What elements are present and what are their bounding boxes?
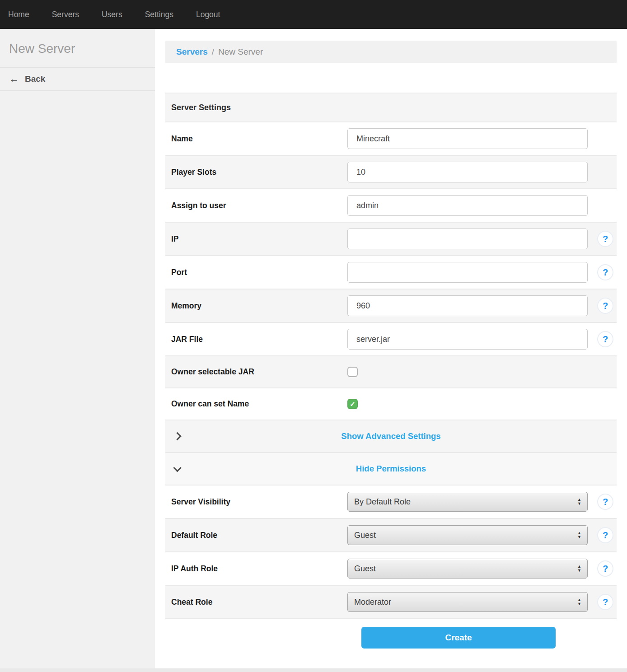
ip-auth-role-select[interactable]: Guest ▲▼	[347, 559, 588, 579]
page-footer-strip	[0, 668, 627, 672]
field-label: Server Visibility	[171, 497, 347, 507]
help-icon[interactable]: ?	[597, 231, 613, 247]
chevron-down-icon	[173, 464, 181, 472]
select-stepper-icon: ▲▼	[577, 598, 581, 606]
breadcrumb: Servers / New Server	[165, 41, 617, 63]
select-stepper-icon: ▲▼	[577, 498, 581, 505]
field-label: Owner selectable JAR	[171, 367, 347, 377]
form-row-name: Name	[165, 122, 617, 156]
field-label: Name	[171, 134, 347, 144]
help-icon[interactable]: ?	[597, 264, 613, 280]
owner-can-set-name-checkbox[interactable]: ✓	[347, 399, 358, 409]
section-header-row: Server Settings	[165, 93, 617, 122]
player-slots-input[interactable]	[347, 162, 588, 182]
sidebar: New Server ← Back	[0, 29, 155, 668]
form-row-player-slots: Player Slots	[165, 156, 617, 189]
field-label: Assign to user	[171, 201, 347, 210]
field-label: JAR File	[171, 335, 347, 344]
help-icon[interactable]: ?	[597, 527, 613, 543]
select-value: Moderator	[354, 597, 391, 607]
ip-input[interactable]	[347, 229, 588, 249]
select-stepper-icon: ▲▼	[577, 532, 581, 539]
form-row-memory: Memory ?	[165, 289, 617, 323]
form-actions: Create	[155, 619, 627, 649]
select-value: By Default Role	[354, 497, 411, 507]
select-value: Guest	[354, 531, 376, 540]
field-label: Port	[171, 268, 347, 277]
form-row-owner-can-set-name: Owner can set Name ✓	[165, 388, 617, 420]
help-icon[interactable]: ?	[597, 560, 613, 577]
top-nav: Home Servers Users Settings Logout	[0, 0, 627, 29]
checkmark-icon: ✓	[350, 400, 356, 408]
field-label: Owner can set Name	[171, 399, 347, 409]
form-row-advanced-toggle: Show Advanced Settings	[165, 420, 617, 453]
chevron-right-icon	[173, 432, 181, 440]
form-row-ip: IP ?	[165, 223, 617, 256]
help-icon[interactable]: ?	[597, 331, 613, 347]
breadcrumb-separator: /	[212, 47, 214, 57]
help-icon[interactable]: ?	[597, 494, 613, 510]
name-input[interactable]	[347, 128, 588, 149]
memory-input[interactable]	[347, 295, 588, 316]
nav-item-logout[interactable]: Logout	[196, 10, 220, 19]
nav-item-settings[interactable]: Settings	[145, 10, 173, 19]
breadcrumb-servers-link[interactable]: Servers	[176, 47, 208, 57]
field-label: Player Slots	[171, 168, 347, 177]
form-row-port: Port ?	[165, 256, 617, 289]
back-button[interactable]: ← Back	[0, 68, 155, 91]
form-row-permissions-toggle: Hide Permissions	[165, 453, 617, 485]
form-row-cheat-role: Cheat Role Moderator ▲▼ ?	[165, 586, 617, 619]
form-row-server-visibility: Server Visibility By Default Role ▲▼ ?	[165, 485, 617, 519]
form-row-ip-auth-role: IP Auth Role Guest ▲▼ ?	[165, 552, 617, 586]
nav-item-users[interactable]: Users	[102, 10, 122, 19]
server-settings-form: Server Settings Name Player Slots Assign…	[165, 93, 617, 619]
back-label: Back	[25, 74, 45, 84]
main-content: Servers / New Server Server Settings Nam…	[155, 29, 627, 668]
form-row-default-role: Default Role Guest ▲▼ ?	[165, 519, 617, 552]
field-label: Default Role	[171, 531, 347, 540]
form-row-assign-user: Assign to user	[165, 189, 617, 223]
form-row-jar-file: JAR File ?	[165, 323, 617, 356]
page-title: New Server	[0, 29, 155, 68]
back-arrow-icon: ←	[9, 73, 19, 85]
jar-file-input[interactable]	[347, 329, 588, 350]
field-label: IP	[171, 234, 347, 244]
select-value: Guest	[354, 564, 376, 574]
assign-to-user-input[interactable]	[347, 195, 588, 216]
help-icon[interactable]: ?	[597, 298, 613, 314]
server-visibility-select[interactable]: By Default Role ▲▼	[347, 492, 588, 512]
default-role-select[interactable]: Guest ▲▼	[347, 525, 588, 545]
form-row-owner-selectable-jar: Owner selectable JAR	[165, 356, 617, 388]
create-button[interactable]: Create	[361, 627, 556, 649]
section-title: Server Settings	[171, 103, 231, 112]
owner-selectable-jar-checkbox[interactable]	[347, 367, 358, 377]
nav-item-home[interactable]: Home	[8, 10, 29, 19]
nav-item-servers[interactable]: Servers	[52, 10, 79, 19]
breadcrumb-current: New Server	[218, 47, 263, 57]
port-input[interactable]	[347, 262, 588, 283]
cheat-role-select[interactable]: Moderator ▲▼	[347, 592, 588, 612]
select-stepper-icon: ▲▼	[577, 565, 581, 572]
help-icon[interactable]: ?	[597, 594, 613, 610]
field-label: Cheat Role	[171, 597, 347, 607]
hide-permissions-link[interactable]: Hide Permissions	[356, 464, 426, 474]
show-advanced-settings-link[interactable]: Show Advanced Settings	[341, 431, 440, 441]
field-label: Memory	[171, 301, 347, 311]
field-label: IP Auth Role	[171, 564, 347, 574]
